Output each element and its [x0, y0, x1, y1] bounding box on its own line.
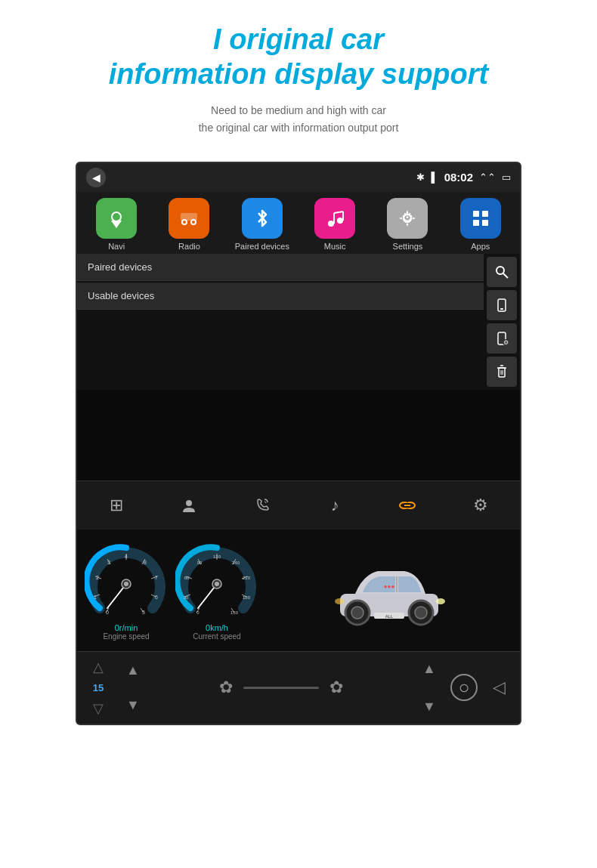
- svg-point-5: [183, 221, 186, 224]
- nav-vol-controls: ▲ ▼: [119, 659, 147, 715]
- content-area: [77, 390, 520, 480]
- svg-text:4: 4: [125, 554, 128, 559]
- bluetooth-sidebar: ⚙: [484, 254, 520, 390]
- bottom-toolbar: ⊞ ♪ ⚙: [77, 480, 520, 530]
- toolbar-phone[interactable]: [246, 489, 279, 522]
- svg-text:120: 120: [213, 554, 221, 559]
- nav-right-down[interactable]: ▼: [416, 696, 443, 717]
- page-header: I original car information display suppo…: [63, 0, 534, 144]
- delete-button[interactable]: [487, 357, 517, 387]
- fan-right-icon[interactable]: ✿: [329, 678, 343, 697]
- svg-text:60: 60: [184, 576, 190, 580]
- svg-point-84: [415, 607, 427, 619]
- radio-icon: [169, 198, 209, 239]
- paired-devices-item[interactable]: Paired devices: [77, 254, 484, 281]
- toolbar-contacts[interactable]: [172, 489, 206, 522]
- svg-point-82: [351, 607, 363, 619]
- bluetooth-status-icon: ✱: [416, 171, 425, 183]
- nav-right-vol: ▲ ▼: [416, 658, 443, 717]
- svg-point-31: [186, 500, 192, 506]
- svg-point-0: [112, 212, 121, 221]
- toolbar-link[interactable]: [391, 489, 424, 522]
- bluetooth-panel: Paired devices Usable devices: [77, 254, 520, 390]
- app-row: Navi Radio Paired devices: [77, 192, 520, 254]
- window-icon: ▭: [502, 171, 511, 183]
- nav-vol-up[interactable]: ▲: [119, 659, 147, 681]
- svg-rect-26: [499, 368, 505, 377]
- settings-icon: ⚙: [387, 198, 428, 239]
- nav-up-outline[interactable]: △: [85, 656, 112, 678]
- engine-speed-value: 0r/min: [115, 623, 138, 632]
- back-nav-button[interactable]: ◁: [485, 677, 512, 698]
- car-info-section: 4 3 2 1 0 5 6 7 8 0r/min Engine speed: [77, 530, 520, 651]
- navigation-bar: △ 15 ▽ ▲ ▼ ✿ ✿ ▲ ▼ ○ ◁: [77, 651, 520, 724]
- fan-left-icon[interactable]: ✿: [219, 678, 233, 697]
- app-apps[interactable]: Apps: [450, 198, 511, 251]
- music-label: Music: [324, 242, 346, 251]
- engine-gauge: 4 3 2 1 0 5 6 7 8 0r/min Engine speed: [85, 540, 168, 641]
- svg-point-8: [337, 218, 343, 224]
- engine-speed-label: Engine speed: [103, 632, 149, 641]
- search-button[interactable]: [487, 257, 517, 287]
- usable-devices-item[interactable]: Usable devices: [77, 283, 484, 310]
- radio-label: Radio: [178, 242, 200, 251]
- app-bluetooth[interactable]: Paired devices: [232, 198, 292, 251]
- svg-rect-18: [482, 220, 488, 226]
- music-icon: [314, 198, 355, 239]
- status-bar: ◀ ✱ ▌ 08:02 ⌃⌃ ▭: [77, 163, 520, 192]
- svg-rect-17: [473, 220, 479, 226]
- page-subtitle: Need to be medium and high with car the …: [109, 102, 488, 136]
- toolbar-grid[interactable]: ⊞: [100, 489, 133, 522]
- svg-line-11: [334, 212, 343, 213]
- home-button[interactable]: ○: [450, 674, 478, 701]
- device-settings-button[interactable]: ⚙: [487, 323, 517, 354]
- nav-left-controls: △ 15 ▽: [85, 656, 112, 719]
- nav-down-outline[interactable]: ▽: [85, 698, 112, 719]
- speed-gauge: 120 90 60 30 0 150 180 210 240 0km/h Cur…: [175, 540, 258, 641]
- svg-text:150: 150: [230, 610, 239, 615]
- svg-rect-4: [181, 213, 197, 221]
- svg-text:1: 1: [94, 595, 97, 600]
- svg-point-86: [335, 598, 344, 604]
- signal-icon: ▌: [431, 171, 438, 183]
- nav-slider[interactable]: [243, 687, 319, 689]
- svg-text:210: 210: [243, 576, 251, 580]
- app-settings[interactable]: ⚙ Settings: [377, 198, 438, 251]
- svg-text:7: 7: [155, 575, 158, 580]
- speed-value: 0km/h: [206, 623, 228, 632]
- svg-text:180: 180: [243, 595, 251, 600]
- phone-button[interactable]: [487, 290, 517, 320]
- app-radio[interactable]: Radio: [159, 198, 219, 251]
- nav-right-up[interactable]: ▲: [416, 658, 443, 679]
- toolbar-settings[interactable]: ⚙: [464, 489, 497, 522]
- car-image: ●●● ALL: [266, 552, 512, 628]
- bluetooth-device-list: Paired devices Usable devices: [77, 254, 484, 390]
- svg-text:0: 0: [196, 610, 200, 615]
- expand-icon: ⌃⌃: [479, 171, 496, 183]
- speed-label: Current speed: [193, 632, 240, 641]
- app-navi[interactable]: Navi: [86, 198, 147, 251]
- svg-point-77: [215, 582, 219, 586]
- svg-text:6: 6: [155, 595, 158, 600]
- svg-point-19: [496, 267, 504, 274]
- bluetooth-icon: [242, 198, 283, 239]
- svg-text:5: 5: [142, 610, 145, 615]
- svg-text:8: 8: [144, 560, 147, 565]
- svg-text:30: 30: [184, 595, 189, 600]
- svg-point-85: [436, 598, 445, 604]
- clock: 08:02: [444, 171, 473, 184]
- toolbar-music[interactable]: ♪: [318, 489, 351, 522]
- apps-icon: [460, 198, 501, 239]
- app-music[interactable]: Music: [305, 198, 365, 251]
- nav-vol-down[interactable]: ▼: [119, 694, 147, 715]
- svg-text:⚙: ⚙: [503, 339, 509, 346]
- svg-text:●●●: ●●●: [384, 583, 395, 590]
- nav-right-controls: ▲ ▼ ○ ◁: [416, 658, 512, 717]
- back-button[interactable]: ◀: [86, 168, 106, 187]
- navi-icon: [96, 198, 137, 239]
- svg-text:0: 0: [106, 610, 109, 615]
- svg-point-7: [328, 221, 334, 227]
- device-screen: ◀ ✱ ▌ 08:02 ⌃⌃ ▭ Navi: [76, 162, 521, 725]
- settings-label: Settings: [393, 242, 423, 251]
- svg-rect-16: [482, 211, 488, 217]
